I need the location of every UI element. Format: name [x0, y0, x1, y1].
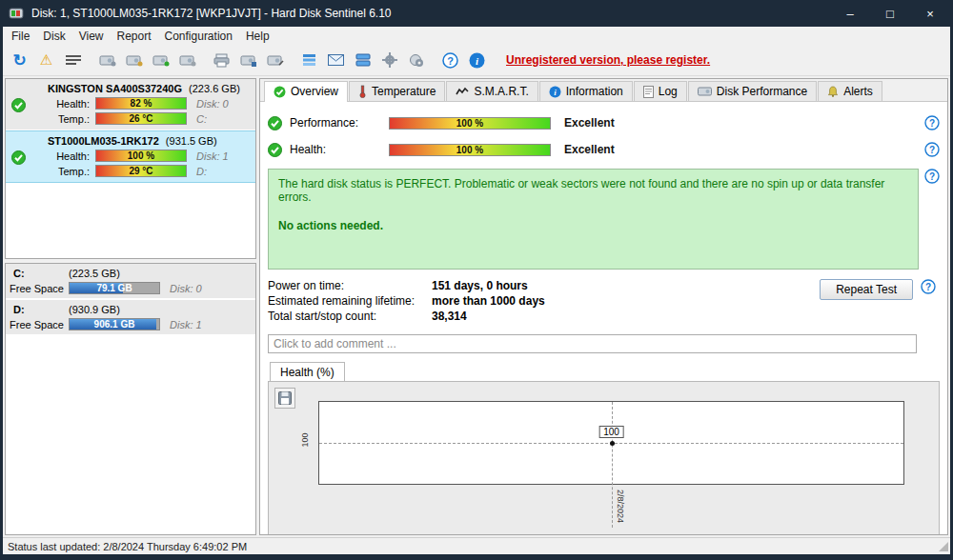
- gear-disk-icon: [409, 52, 424, 68]
- tab-log[interactable]: Log: [634, 81, 687, 101]
- app-window: Disk: 1, ST1000LM035-1RK172 [WKP1JVJT] -…: [0, 0, 953, 560]
- partition-item-c[interactable]: C: (223.5 GB) Free Space 79.1 GB Disk: 0: [6, 264, 255, 298]
- stats-block: Power on time: 151 days, 0 hours Estimat…: [268, 279, 820, 325]
- maximize-button[interactable]: □: [870, 0, 910, 27]
- menu-view[interactable]: View: [72, 28, 111, 45]
- help-icon[interactable]: ?: [924, 169, 940, 184]
- menu-file[interactable]: File: [5, 28, 36, 45]
- help-icon[interactable]: ?: [924, 115, 940, 130]
- tab-temperature[interactable]: Temperature: [349, 81, 445, 101]
- temp-label: Temp.:: [48, 113, 95, 125]
- report-button[interactable]: [60, 48, 86, 73]
- disk-item-kingston[interactable]: KINGSTON SA400S37240G (223.6 GB) Health:…: [6, 79, 255, 130]
- health-label: Health:: [48, 98, 95, 110]
- overview-content: Performance: 100 % Excellent ? Health: 1…: [260, 102, 947, 534]
- menu-configuration[interactable]: Configuration: [158, 28, 239, 45]
- document-icon: [643, 86, 654, 98]
- disk-number: Disk: 1: [160, 319, 252, 330]
- chart-tab-health[interactable]: Health (%): [270, 362, 345, 382]
- disk-list-button[interactable]: [350, 48, 375, 73]
- svg-text:?: ?: [929, 145, 935, 155]
- status-bar: Status last updated: 2/8/2024 Thursday 6…: [3, 537, 950, 554]
- temp-bar: 29 °C: [95, 165, 187, 177]
- tab-label: Information: [566, 85, 623, 98]
- preferences-button[interactable]: [403, 48, 429, 73]
- resize-grip-icon[interactable]: [939, 542, 948, 551]
- disk-item-seagate-selected[interactable]: ST1000LM035-1RK172 (931.5 GB) Health: 10…: [6, 131, 255, 182]
- tab-label: S.M.A.R.T.: [474, 85, 528, 98]
- save-chart-button[interactable]: [274, 388, 295, 409]
- disk-ok-button[interactable]: [148, 48, 173, 73]
- disk-name: KINGSTON SA400S37240G: [48, 83, 182, 94]
- partition-item-d[interactable]: D: (930.9 GB) Free Space 906.1 GB Disk: …: [6, 300, 255, 334]
- report-lines-icon: [66, 54, 81, 66]
- disk-save-button[interactable]: [235, 48, 261, 73]
- menu-report[interactable]: Report: [110, 28, 157, 45]
- comment-input[interactable]: [268, 334, 917, 353]
- email-report-button[interactable]: [323, 48, 349, 73]
- help-icon: ?: [442, 52, 458, 69]
- health-bar: 100 %: [389, 144, 551, 156]
- disk-check-icon: [152, 52, 170, 68]
- tab-disk-performance[interactable]: Disk Performance: [688, 81, 817, 101]
- disk-remove-icon: [179, 52, 196, 68]
- alert-button[interactable]: ⚠: [33, 48, 59, 73]
- tab-label: Temperature: [372, 85, 436, 98]
- tab-label: Overview: [291, 85, 338, 98]
- app-body: File Disk View Report Configuration Help…: [3, 27, 950, 554]
- disk-icon: [698, 86, 712, 97]
- unregistered-link[interactable]: Unregistered version, please register.: [506, 53, 710, 67]
- temp-value: 26 °C: [129, 113, 152, 124]
- svg-text:?: ?: [929, 118, 935, 129]
- help-icon[interactable]: ?: [921, 279, 936, 294]
- tab-overview[interactable]: Overview: [264, 81, 348, 102]
- free-space-value: 79.1 GB: [70, 283, 159, 293]
- repeat-test-button[interactable]: Repeat Test: [820, 279, 913, 300]
- performance-value: 100 %: [456, 118, 483, 129]
- help-icon[interactable]: ?: [924, 142, 940, 157]
- print-button[interactable]: [209, 48, 234, 73]
- warning-icon: ⚠: [40, 51, 52, 69]
- stat-label: Total start/stop count:: [268, 310, 432, 323]
- help-button[interactable]: ?: [437, 48, 463, 73]
- health-label: Health:: [48, 150, 95, 162]
- close-button[interactable]: ×: [910, 0, 950, 27]
- temp-bar: 26 °C: [95, 112, 187, 125]
- tab-smart[interactable]: S.M.A.R.T.: [446, 81, 537, 101]
- tab-information[interactable]: i Information: [539, 81, 633, 101]
- disk-wrench-icon: [99, 52, 116, 68]
- health-bar: 100 %: [95, 150, 187, 162]
- blue-disks-icon: [355, 53, 371, 67]
- disk-clock-button[interactable]: [121, 48, 147, 73]
- disk-connect-button[interactable]: [262, 48, 288, 73]
- settings-button[interactable]: [376, 48, 402, 73]
- disk-size: (223.6 GB): [189, 83, 240, 94]
- temp-value: 29 °C: [129, 166, 152, 176]
- free-space-value: 906.1 GB: [70, 319, 159, 330]
- stat-power-on-time: Power on time: 151 days, 0 hours: [268, 279, 820, 292]
- health-chart-section: Health (%) 100 100 2/8/2024: [268, 361, 940, 534]
- disk-remove-button[interactable]: [174, 48, 200, 73]
- temperature-panel-button[interactable]: [296, 48, 322, 73]
- blue-bars-icon: [302, 53, 316, 67]
- stat-value: 38,314: [432, 310, 820, 323]
- stat-label: Power on time:: [268, 279, 432, 292]
- health-row: Health: 100 % Excellent ?: [268, 136, 940, 163]
- minimize-button[interactable]: –: [830, 0, 870, 27]
- envelope-icon: [328, 54, 344, 66]
- stat-label: Estimated remaining lifetime:: [268, 294, 432, 308]
- health-bar: 82 %: [95, 97, 187, 110]
- menu-help[interactable]: Help: [239, 28, 276, 45]
- disk-tools-button[interactable]: [94, 48, 120, 73]
- menu-disk[interactable]: Disk: [36, 28, 71, 45]
- disk-status-textbox: The hard disk status is PERFECT. Problem…: [268, 169, 919, 270]
- refresh-button[interactable]: ↻: [7, 48, 32, 73]
- tab-alerts[interactable]: Alerts: [818, 81, 882, 101]
- window-title: Disk: 1, ST1000LM035-1RK172 [WKP1JVJT] -…: [31, 7, 830, 20]
- performance-label: Performance:: [290, 116, 389, 130]
- partition-letter: C:: [13, 268, 69, 279]
- info-button[interactable]: i: [464, 48, 490, 73]
- status-text: Status last updated: 2/8/2024 Thursday 6…: [8, 541, 247, 552]
- bell-icon: [827, 86, 839, 97]
- status-text: The hard disk status is PERFECT. Problem…: [278, 177, 908, 204]
